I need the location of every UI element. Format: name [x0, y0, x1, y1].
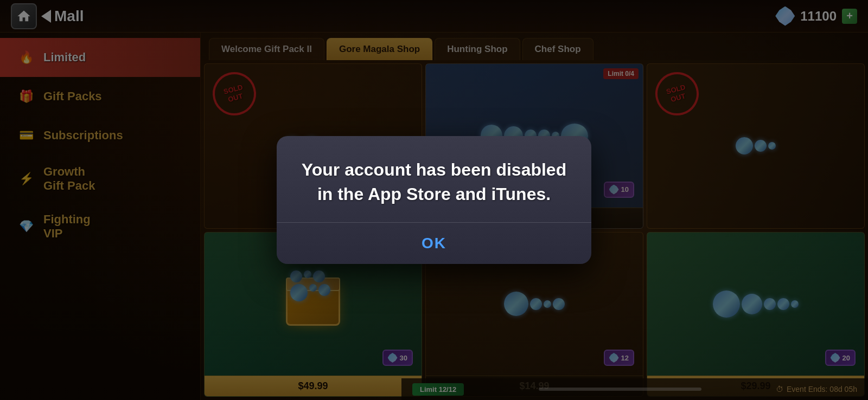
modal-overlay[interactable]: Your account has been disabled in the Ap…: [0, 0, 868, 400]
modal-message: Your account has been disabled in the Ap…: [298, 158, 570, 207]
alert-dialog: Your account has been disabled in the Ap…: [277, 136, 591, 264]
modal-ok-button[interactable]: OK: [277, 223, 591, 264]
modal-body: Your account has been disabled in the Ap…: [277, 136, 591, 207]
modal-footer: OK: [277, 223, 591, 264]
